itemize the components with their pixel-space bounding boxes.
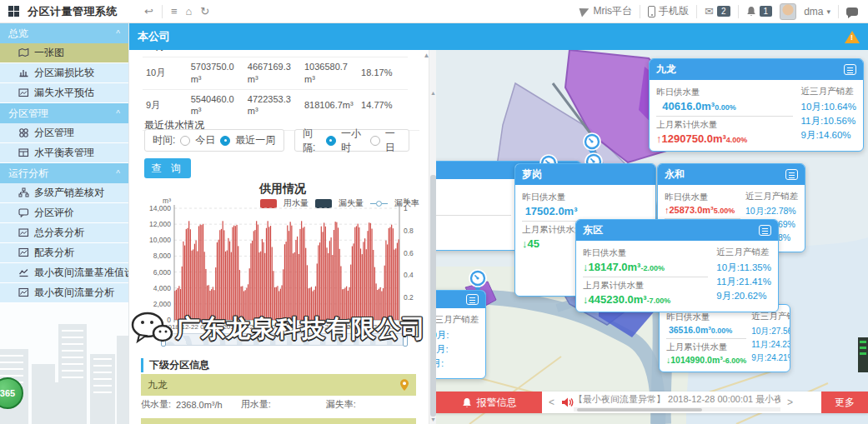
message-count-badge: 2 — [717, 6, 730, 17]
list-icon[interactable] — [844, 64, 856, 75]
undo-icon[interactable]: ↩ — [144, 6, 153, 17]
alarm-next-button[interactable]: > — [780, 397, 800, 408]
district-card-dongqu[interactable]: 东区 昨日供水量 ↓18147.0m³-2.00% 上月累计供水量 ↓44523… — [575, 219, 779, 312]
sidebar-item-label: 分区管理 — [34, 126, 74, 140]
radio-hourly[interactable] — [326, 136, 336, 146]
platform-label: Mris平台 — [593, 4, 632, 18]
card-title: 萝岗 — [522, 167, 542, 182]
chart-title: 供用情况 — [129, 182, 436, 197]
sidebar-item-分区管理[interactable]: 分区管理 — [0, 123, 128, 143]
yesterday-label: 昨日供水量 — [665, 192, 740, 203]
svg-text:m³: m³ — [163, 197, 171, 205]
mobile-link[interactable]: 手机版 — [648, 4, 689, 18]
district-map[interactable]: 九龙 昨日供水量 40616.0m³0.00% 上月累计供水量 ↑1290750… — [436, 50, 868, 424]
district-card-bottom-left-cut[interactable]: 昨日供水量 近三月产销差 10月:11月:9月: — [436, 290, 486, 379]
divider — [838, 5, 839, 18]
svg-text:0: 0 — [404, 316, 408, 324]
sidebar-item-分区评价[interactable]: 分区评价 — [0, 203, 128, 223]
sidebar-section-2[interactable]: 运行分析^ — [0, 163, 128, 183]
sub-district-row[interactable]: 九龙 — [141, 374, 416, 396]
district-card-jiulong[interactable]: 九龙 昨日供水量 40616.0m³0.00% 上月累计供水量 ↑1290750… — [649, 58, 864, 152]
option-last-week[interactable]: 最近一周 — [235, 133, 275, 147]
bell-icon — [746, 6, 756, 17]
table-cell: 10月 — [143, 57, 188, 89]
radio-last-week[interactable] — [220, 136, 230, 146]
radio-today[interactable] — [180, 136, 190, 146]
sidebar-item-水平衡表管理[interactable]: 水平衡表管理 — [0, 143, 128, 163]
scroll-down-arrow[interactable]: ▼ — [429, 417, 436, 422]
sidebar-item-label: 总分表分析 — [34, 226, 84, 240]
sub-district-row-next[interactable] — [141, 418, 416, 424]
home-icon[interactable]: ⌂ — [186, 6, 193, 17]
datazoom-slider[interactable] — [163, 333, 406, 346]
yesterday-label: 昨日供水量 — [666, 312, 746, 323]
svg-text:2018-12-28 15:00: 2018-12-28 15:00 — [347, 323, 400, 331]
section-label: 运行分析 — [8, 167, 48, 181]
section-label: 分区管理 — [8, 107, 48, 121]
location-pin-icon[interactable] — [399, 379, 409, 392]
alarm-scrollbar[interactable] — [574, 407, 780, 412]
table-cell: 11月 — [143, 50, 188, 57]
option-today[interactable]: 今日 — [195, 133, 215, 147]
scroll-up-arrow[interactable]: ▲ — [429, 90, 436, 96]
sub-district-stats: 供水量: 2368.0m³/h 用水量: 漏失率: — [141, 398, 416, 411]
lastmonth-value: ↑1290750.0m³4.00% — [656, 132, 793, 145]
scroll-thumb[interactable] — [430, 175, 436, 417]
menu-icon[interactable]: ≡ — [171, 6, 178, 17]
svg-text:0.6: 0.6 — [404, 249, 414, 257]
yesterday-value: 0m³0.00% — [436, 199, 511, 212]
lastmonth-value: ↓445230.0m³-7.00% — [583, 293, 708, 306]
panel-scrollbar[interactable]: ▲ ▼ — [429, 50, 436, 424]
radio-daily[interactable] — [370, 136, 380, 146]
sidebar-section-0[interactable]: 总览^ — [0, 23, 128, 43]
sidebar-section-1[interactable]: 分区管理^ — [0, 103, 128, 123]
quarter-column: 近三月产销差 10月:11月:9月: — [436, 312, 479, 372]
chat-icon[interactable] — [846, 7, 858, 16]
sidebar-item-总分表分析[interactable]: 总分表分析 — [0, 223, 128, 243]
alarm-more-button[interactable]: 更多 — [821, 392, 868, 413]
sidebar-item-分区漏损比较[interactable]: 分区漏损比较 — [0, 63, 128, 83]
comment-icon — [18, 207, 29, 218]
sidebar-item-label: 最小夜间流量分析 — [34, 286, 114, 300]
table-cell: 4667169.3m³ — [244, 57, 301, 89]
lastmonth-label: 上月累计供水量 — [583, 280, 708, 292]
mobile-label: 手机版 — [659, 4, 689, 18]
lastmonth-value: 20.0m³11.00% — [436, 232, 511, 244]
sidebar-item-一张图[interactable]: 一张图 — [0, 43, 128, 63]
platform-link[interactable]: Mris平台 — [580, 4, 632, 18]
svg-text:10,000: 10,000 — [149, 236, 171, 244]
svg-text:0.8: 0.8 — [404, 227, 414, 235]
svg-text:2018-12-26 10:00: 2018-12-26 10:00 — [298, 323, 351, 331]
sidebar-item-最小夜间流量基准值设置[interactable]: 最小夜间流量基准值设置 — [0, 263, 128, 283]
sidebar-item-label: 水平衡表管理 — [34, 146, 94, 160]
datazoom-handle-right[interactable] — [403, 332, 408, 347]
table-row: 11月0m³5m³m³12.55% — [143, 50, 408, 57]
quarter-column: 近三月产销差 10月:10.64%11月:10.56%9月:14.60% — [801, 84, 857, 145]
sidebar-item-多级产销差核对[interactable]: 多级产销差核对 — [0, 183, 128, 203]
sidebar-item-漏失水平预估[interactable]: 漏失水平预估 — [0, 83, 128, 103]
card-title: 东区 — [583, 223, 603, 237]
caret-down-icon: ▾ — [826, 7, 830, 16]
table-cell: 5m³ — [244, 50, 301, 57]
alarm-marquee[interactable]: 【最小夜间流量异常】 2018-12-28 00:00:01 最小夜间流量监测值… — [574, 393, 780, 412]
datazoom-handle-left[interactable] — [161, 332, 166, 347]
app-grid-icon[interactable] — [8, 6, 19, 17]
refresh-icon[interactable]: ↻ — [200, 6, 209, 17]
district-card-bottom-right[interactable]: 昨日供水量 36516.0m³0.00% 上月累计供水量 ↓1014990.0m… — [659, 304, 790, 372]
query-button[interactable]: 查 询 — [144, 158, 191, 178]
list-icon[interactable] — [785, 169, 798, 180]
warning-icon[interactable]: ! — [845, 31, 860, 43]
option-daily[interactable]: 一日 — [385, 127, 401, 155]
option-hourly[interactable]: 一小时 — [341, 127, 365, 155]
user-menu[interactable]: dma ▾ — [804, 6, 830, 17]
list-icon[interactable] — [466, 294, 479, 305]
list-icon[interactable] — [759, 225, 771, 236]
divider — [162, 5, 163, 18]
alerts-button[interactable]: 1 — [746, 6, 773, 17]
avatar[interactable] — [780, 3, 796, 20]
alarm-button[interactable]: 报警信息 — [436, 392, 542, 413]
alarm-prev-button[interactable]: < — [542, 397, 561, 408]
messages-button[interactable]: ✉ 2 — [705, 6, 730, 17]
sidebar-item-配表分析[interactable]: 配表分析 — [0, 243, 128, 263]
table-cell: 12.55% — [358, 50, 408, 57]
